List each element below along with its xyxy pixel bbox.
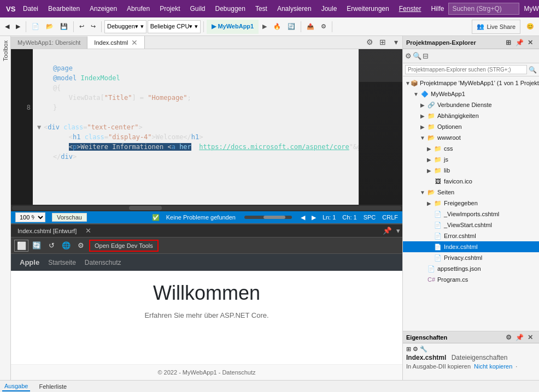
status-ok-icon: ✅ bbox=[152, 214, 160, 221]
menu-anzeigen[interactable]: Anzeigen bbox=[85, 3, 121, 15]
tree-dependencies[interactable]: ▶ 📁 Abhängigkeiten bbox=[403, 110, 539, 121]
cpu-dropdown[interactable]: Beliebige CPU▾ ▾ bbox=[148, 20, 201, 33]
prop-copy-value[interactable]: Nicht kopieren bbox=[474, 363, 512, 370]
titlebar-search[interactable] bbox=[448, 3, 519, 15]
panel-pin-btn[interactable]: 📌 bbox=[514, 37, 525, 48]
preview-grid-btn[interactable]: ⚙ bbox=[74, 240, 87, 252]
tree-project[interactable]: ▼ 🔷 MyWebApp1 bbox=[403, 88, 539, 99]
panel-sync-btn[interactable]: ⊞ bbox=[503, 37, 514, 48]
tree-program-cs[interactable]: ▶ C# Program.cs bbox=[403, 274, 539, 285]
nav-datenschutz[interactable]: Datenschutz bbox=[85, 259, 121, 266]
toolbox-label[interactable]: Toolbox bbox=[1, 38, 10, 63]
menu-erweiterungen[interactable]: Erweiterungen bbox=[342, 3, 393, 15]
code-editor[interactable]: @page @model IndexModel @{ ViewData["Tit… bbox=[33, 49, 359, 205]
tree-privacy[interactable]: ▶ 📄 Privacy.cshtml bbox=[403, 252, 539, 263]
menu-hilfe[interactable]: Hilfe bbox=[426, 3, 448, 15]
menu-guild[interactable]: Guild bbox=[186, 3, 210, 15]
tab-more-btn[interactable]: ▾ bbox=[389, 36, 402, 49]
preview-device-btn[interactable]: ⬜ bbox=[14, 240, 28, 252]
live-share-button[interactable]: 👥 Live Share bbox=[472, 20, 520, 34]
tab-ausgabe[interactable]: Ausgabe bbox=[2, 382, 30, 391]
menu-analysieren[interactable]: Analysieren bbox=[273, 3, 316, 15]
arrow-left[interactable]: ◀ bbox=[301, 214, 305, 221]
tree-options[interactable]: ▶ 📁 Optionen bbox=[403, 121, 539, 132]
prop-copy-label: In Ausgabe-DII kopieren bbox=[406, 363, 471, 370]
prop-sort-btn[interactable]: ⚙ bbox=[503, 332, 514, 343]
horizontal-scrollbar[interactable] bbox=[11, 205, 402, 211]
prop-table-icon[interactable]: ⊞ bbox=[406, 346, 411, 353]
se-collapse-btn[interactable]: ⊟ bbox=[423, 52, 429, 60]
menu-debuggen[interactable]: Debuggen bbox=[211, 3, 250, 15]
tab-fehlerliste[interactable]: Fehlerliste bbox=[37, 382, 69, 391]
tree-wwwroot[interactable]: ▼ 📂 wwwroot bbox=[403, 132, 539, 143]
run-button[interactable]: ▶ MyWebApp1 bbox=[207, 20, 259, 34]
code-editor-container: 8 @page @model IndexModel @{ ViewData["T… bbox=[11, 49, 402, 205]
solution-explorer-search-input[interactable] bbox=[405, 65, 527, 74]
prop-list-icon[interactable]: 🔧 bbox=[420, 346, 427, 353]
undo-button[interactable]: ↩ bbox=[77, 20, 87, 34]
back-button[interactable]: ◀ bbox=[2, 20, 12, 34]
restart-btn[interactable]: 🔄 bbox=[285, 20, 298, 34]
tree-viewstart[interactable]: ▶ 📄 _ViewStart.cshtml bbox=[403, 219, 539, 230]
tree-connected-services[interactable]: ▶ 🔗 Verbundene Dienste bbox=[403, 99, 539, 110]
tab-split-btn[interactable]: ⊞ bbox=[376, 36, 389, 49]
preview-refresh-btn[interactable]: 🔄 bbox=[30, 240, 43, 252]
tab-close-btn[interactable]: ✕ bbox=[131, 39, 138, 46]
debug-dropdown[interactable]: Debuggen▾ ▾ bbox=[104, 20, 147, 33]
open-btn[interactable]: 📂 bbox=[43, 20, 56, 34]
preview-expand-btn[interactable]: ▾ bbox=[394, 227, 402, 235]
scroll-track[interactable] bbox=[12, 206, 401, 210]
feedback-btn[interactable]: 😊 bbox=[524, 20, 537, 34]
tab-settings-btn[interactable]: ⚙ bbox=[363, 36, 376, 49]
tree-freigegeben[interactable]: ▶ 📁 Freigegeben bbox=[403, 198, 539, 209]
settings-btn[interactable]: ⚙ bbox=[318, 20, 329, 34]
preview-globe-btn[interactable]: 🌐 bbox=[60, 240, 73, 252]
tree-js[interactable]: ▶ 📁 js bbox=[403, 154, 539, 165]
preview-section: Index.cshtml [Entwurf] ✕ 📌 ▾ ⬜ 🔄 ↺ 🌐 ⚙ O… bbox=[11, 223, 402, 380]
menu-datei[interactable]: Datei bbox=[19, 3, 43, 15]
preview-tab-close[interactable]: ✕ bbox=[83, 227, 93, 235]
preview-back-btn[interactable]: ↺ bbox=[45, 240, 58, 252]
menu-fenster[interactable]: Fenster bbox=[395, 3, 426, 15]
redo-button[interactable]: ↪ bbox=[88, 20, 98, 34]
scroll-thumb[interactable] bbox=[129, 206, 162, 210]
dep-label: Abhängigkeiten bbox=[437, 112, 479, 119]
preview-tab[interactable]: Index.cshtml [Entwurf] bbox=[11, 228, 83, 234]
save-btn[interactable]: 💾 bbox=[57, 20, 71, 34]
minimap-highlight bbox=[359, 49, 402, 82]
tree-error[interactable]: ▶ 📄 Error.cshtml bbox=[403, 230, 539, 241]
hot-reload-btn[interactable]: 🔥 bbox=[271, 20, 284, 34]
attach-btn[interactable]: ▶ bbox=[260, 20, 270, 34]
se-settings-btn[interactable]: ⚙ bbox=[405, 52, 412, 60]
tree-solution-root[interactable]: ▼ 📦 Projektmappe 'MyWebApp1' (1 von 1 Pr… bbox=[403, 78, 539, 88]
forward-button[interactable]: ▶ bbox=[13, 20, 23, 34]
prop-sort-icon[interactable]: ⚙ bbox=[413, 346, 418, 353]
prop-pin-btn[interactable]: 📌 bbox=[514, 332, 525, 343]
tree-seiten[interactable]: ▼ 📂 Seiten bbox=[403, 187, 539, 198]
tree-index-cshtml[interactable]: ▶ 📄 Index.cshtml bbox=[403, 241, 539, 252]
preview-pin-btn[interactable]: 📌 bbox=[380, 227, 394, 235]
tree-css[interactable]: ▶ 📁 css bbox=[403, 143, 539, 154]
panel-close-btn[interactable]: ✕ bbox=[525, 37, 536, 48]
zoom-select[interactable]: 100 % 75 % 125 % bbox=[15, 212, 45, 222]
se-filter-btn[interactable]: 🔍 bbox=[413, 52, 421, 60]
tree-favicon[interactable]: ▶ 🖼 favicon.ico bbox=[403, 176, 539, 187]
tree-appsettings[interactable]: ▶ 📄 appsettings.json bbox=[403, 263, 539, 274]
nav-startseite[interactable]: Startseite bbox=[48, 259, 76, 266]
publish-btn[interactable]: 📤 bbox=[304, 20, 317, 34]
menu-joule[interactable]: Joule bbox=[317, 3, 342, 15]
menu-projekt[interactable]: Projekt bbox=[155, 3, 184, 15]
new-project-btn[interactable]: 📄 bbox=[29, 20, 42, 34]
tree-lib[interactable]: ▶ 📁 lib bbox=[403, 165, 539, 176]
tab-index-cshtml[interactable]: Index.cshtml ✕ bbox=[87, 36, 145, 49]
arrow-right[interactable]: ▶ bbox=[312, 214, 316, 221]
js-icon: 📁 bbox=[433, 155, 442, 164]
open-edge-devtools-btn[interactable]: Open Edge Dev Tools bbox=[89, 240, 159, 252]
preview-button[interactable]: Vorschau bbox=[52, 213, 87, 222]
menu-test[interactable]: Test bbox=[251, 3, 272, 15]
menu-bearbeiten[interactable]: Bearbeiten bbox=[44, 3, 84, 15]
prop-close-btn[interactable]: ✕ bbox=[525, 332, 536, 343]
menu-abrufen[interactable]: Abrufen bbox=[122, 3, 154, 15]
tree-viewimports[interactable]: ▶ 📄 _ViewImports.cshtml bbox=[403, 209, 539, 219]
tab-overview[interactable]: MyWebApp1: Übersicht bbox=[11, 37, 87, 49]
